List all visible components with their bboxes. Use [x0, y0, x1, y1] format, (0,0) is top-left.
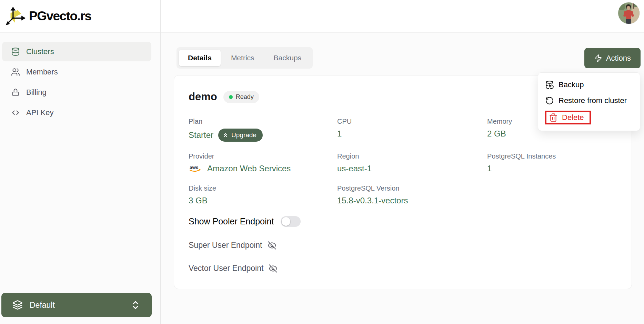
- endpoint-label: Vector User Endpoint: [189, 264, 263, 273]
- database-icon: [11, 47, 20, 56]
- field-label: Region: [337, 152, 487, 160]
- actions-button-label: Actions: [606, 54, 631, 63]
- menu-item-restore[interactable]: Restore from cluster: [538, 93, 640, 109]
- field-plan: Plan Starter Upgrade: [189, 118, 337, 142]
- status-badge: Ready: [223, 91, 259, 103]
- content: Details Metrics Backups Actions Backup: [161, 33, 644, 324]
- field-label: Provider: [189, 152, 337, 160]
- sidebar-item-label: API Key: [26, 108, 53, 117]
- menu-item-backup[interactable]: Backup: [538, 77, 640, 93]
- vector-user-endpoint-row: Vector User Endpoint: [189, 264, 617, 273]
- menu-item-delete[interactable]: Delete: [538, 109, 640, 126]
- status-dot-icon: [229, 95, 233, 99]
- menu-item-label: Delete: [562, 113, 584, 122]
- sidebar: PGvecto.rs Clusters Members Billing: [0, 0, 161, 324]
- upgrade-button[interactable]: Upgrade: [218, 129, 263, 142]
- field-region: Region us-east-1: [337, 152, 487, 174]
- field-postgresql-instances: PostgreSQL Instances 1: [487, 152, 617, 174]
- chevrons-up-down-icon: [130, 300, 141, 310]
- field-cpu: CPU 1: [337, 118, 487, 142]
- sidebar-item-billing[interactable]: Billing: [2, 82, 151, 102]
- super-user-endpoint-row: Super User Endpoint: [189, 241, 617, 250]
- menu-item-label: Backup: [559, 80, 584, 89]
- sidebar-spacer: [0, 122, 160, 293]
- tab-metrics[interactable]: Metrics: [222, 50, 263, 66]
- users-icon: [11, 68, 20, 77]
- pooler-toggle[interactable]: [281, 216, 301, 227]
- toggle-knob: [282, 217, 290, 226]
- actions-menu: Backup Restore from cluster Delete: [538, 72, 640, 131]
- sidebar-item-clusters[interactable]: Clusters: [2, 42, 151, 61]
- sidebar-item-label: Billing: [26, 88, 47, 97]
- field-empty: [487, 184, 617, 206]
- sidebar-menu: Clusters Members Billing API Key: [0, 33, 160, 122]
- database-backup-icon: [545, 80, 554, 89]
- sidebar-item-api-key[interactable]: API Key: [2, 103, 151, 122]
- field-value: 3 GB: [189, 195, 337, 206]
- field-provider: Provider aws Amazon Web Services: [189, 152, 337, 174]
- delete-highlight-box: Delete: [545, 111, 591, 124]
- field-label: CPU: [337, 118, 487, 125]
- pooler-toggle-label: Show Pooler Endpoint: [189, 216, 274, 226]
- tab-details[interactable]: Details: [179, 50, 221, 66]
- field-value: Starter: [189, 130, 213, 140]
- status-label: Ready: [236, 93, 254, 101]
- zap-icon: [594, 54, 602, 62]
- user-avatar[interactable]: [618, 2, 640, 24]
- field-label: Disk size: [189, 184, 337, 192]
- sidebar-item-label: Members: [26, 68, 58, 77]
- code-icon: [11, 108, 20, 117]
- field-label: PostgreSQL Instances: [487, 152, 617, 160]
- avatar-photo: [618, 2, 640, 24]
- app: PGvecto.rs Clusters Members Billing: [0, 0, 644, 324]
- sidebar-item-label: Clusters: [26, 47, 54, 56]
- brand-name: PGvecto.rs: [29, 9, 91, 23]
- main: Details Metrics Backups Actions Backup: [161, 0, 644, 324]
- eye-off-icon[interactable]: [269, 264, 278, 273]
- menu-item-label: Restore from cluster: [559, 96, 627, 105]
- sidebar-item-members[interactable]: Members: [2, 62, 151, 82]
- brand-logo-icon: [5, 6, 26, 26]
- upgrade-button-label: Upgrade: [231, 131, 256, 139]
- tabbar: Details Metrics Backups: [177, 47, 313, 69]
- brand: PGvecto.rs: [0, 0, 160, 33]
- topbar: [161, 0, 644, 33]
- svg-text:aws: aws: [190, 165, 199, 170]
- org-switcher-label: Default: [30, 301, 123, 310]
- field-value: 1: [487, 163, 617, 174]
- field-value: us-east-1: [337, 163, 487, 174]
- field-label: Plan: [189, 118, 337, 125]
- rotate-ccw-icon: [545, 96, 554, 105]
- org-switcher[interactable]: Default: [1, 293, 152, 317]
- trash-icon: [549, 113, 558, 122]
- endpoint-label: Super User Endpoint: [189, 241, 262, 250]
- field-label: PostgreSQL Version: [337, 184, 487, 192]
- field-postgresql-version: PostgreSQL Version 15.8-v0.3.1-vectors: [337, 184, 487, 206]
- aws-logo-icon: aws: [189, 164, 202, 173]
- layers-icon: [12, 300, 23, 310]
- actions-button[interactable]: Actions: [584, 48, 641, 68]
- chevrons-up-icon: [222, 132, 229, 138]
- cluster-name: demo: [189, 91, 217, 103]
- lock-icon: [11, 88, 20, 97]
- field-value: Amazon Web Services: [207, 164, 291, 173]
- field-value: 1: [337, 129, 487, 139]
- field-value: 15.8-v0.3.1-vectors: [337, 195, 487, 206]
- pooler-toggle-row: Show Pooler Endpoint: [189, 216, 617, 227]
- field-disk-size: Disk size 3 GB: [189, 184, 337, 206]
- eye-off-icon[interactable]: [268, 241, 276, 250]
- tab-backups[interactable]: Backups: [265, 50, 311, 66]
